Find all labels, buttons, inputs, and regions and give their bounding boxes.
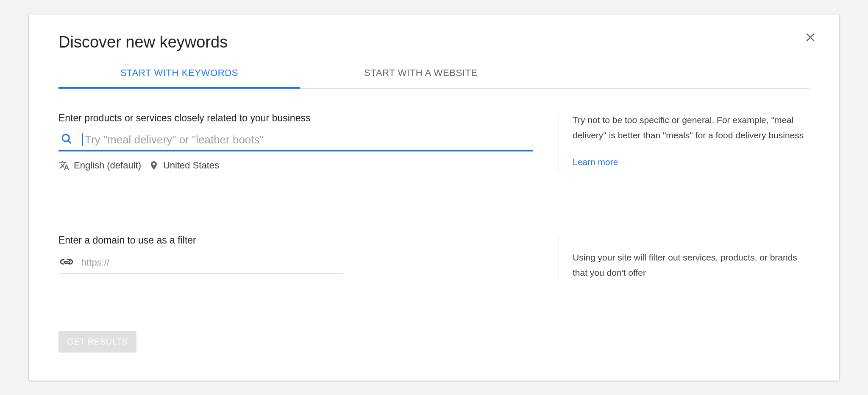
page-title: Discover new keywords — [58, 33, 810, 51]
tab-start-with-website[interactable]: START WITH A WEBSITE — [300, 61, 542, 89]
search-icon — [60, 132, 73, 147]
svg-line-3 — [68, 140, 71, 143]
keyword-planner-card: Discover new keywords START WITH KEYWORD… — [29, 14, 839, 381]
keywords-tip: Try not to be too specific or general. F… — [573, 112, 810, 143]
language-value: English (default) — [74, 160, 141, 171]
text-cursor — [82, 133, 83, 146]
keywords-field[interactable] — [58, 130, 533, 151]
get-results-button[interactable]: GET RESULTS — [58, 331, 136, 353]
keywords-label: Enter products or services closely relat… — [58, 112, 533, 124]
keywords-input[interactable] — [85, 133, 533, 146]
domain-input[interactable] — [81, 257, 343, 268]
location-pin-icon — [149, 160, 159, 171]
tab-start-with-keywords[interactable]: START WITH KEYWORDS — [58, 61, 300, 89]
close-button[interactable] — [802, 29, 819, 46]
domain-tip: Using your site will filter out services… — [573, 250, 810, 280]
link-icon — [60, 255, 73, 270]
location-selector[interactable]: United States — [149, 160, 219, 171]
tabs: START WITH KEYWORDS START WITH A WEBSITE — [58, 61, 810, 89]
domain-label: Enter a domain to use as a filter — [58, 235, 533, 246]
domain-field[interactable] — [58, 252, 343, 274]
translate-icon — [58, 160, 70, 171]
location-value: United States — [163, 160, 219, 171]
language-selector[interactable]: English (default) — [58, 160, 141, 171]
close-icon — [804, 31, 816, 43]
learn-more-link[interactable]: Learn more — [573, 154, 618, 170]
